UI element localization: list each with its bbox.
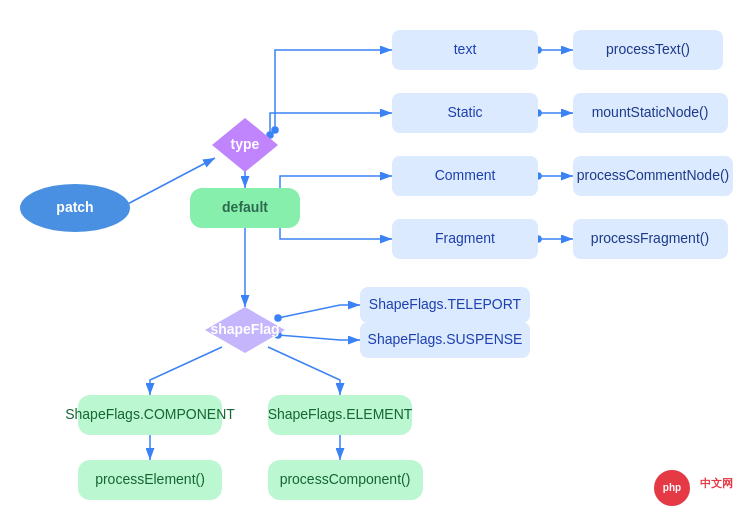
line-type-static bbox=[270, 113, 392, 135]
component-label: ShapeFlags.COMPONENT bbox=[65, 406, 235, 422]
mountstaticnode-label: mountStaticNode() bbox=[592, 104, 709, 120]
watermark-text1: 中文网 bbox=[700, 477, 733, 489]
static-label: Static bbox=[447, 104, 482, 120]
processcommentnode-label: processCommentNode() bbox=[577, 167, 730, 183]
teleport-label: ShapeFlags.TELEPORT bbox=[369, 296, 522, 312]
processelement-label: processElement() bbox=[95, 471, 205, 487]
processtext-label: processText() bbox=[606, 41, 690, 57]
comment-label: Comment bbox=[435, 167, 496, 183]
processfragment-label: processFragment() bbox=[591, 230, 709, 246]
watermark-php: php bbox=[663, 482, 681, 493]
element-label: ShapeFlags.ELEMENT bbox=[268, 406, 413, 422]
text-label: text bbox=[454, 41, 477, 57]
default-label: default bbox=[222, 199, 268, 215]
fragment-label: Fragment bbox=[435, 230, 495, 246]
diagram: patch type default text Static Comment F… bbox=[0, 0, 737, 523]
line-shapeflag-component bbox=[150, 347, 222, 395]
type-label: type bbox=[231, 136, 260, 152]
suspense-label: ShapeFlags.SUSPENSE bbox=[368, 331, 523, 347]
processcomponent-label: processComponent() bbox=[280, 471, 411, 487]
line-type-text bbox=[275, 50, 392, 130]
line-shapeflag-suspense bbox=[278, 335, 360, 340]
shapeflag-label: shapeFlag bbox=[210, 321, 279, 337]
line-shapeflag-teleport bbox=[278, 305, 360, 318]
patch-label: patch bbox=[56, 199, 93, 215]
line-shapeflag-element bbox=[268, 347, 340, 395]
